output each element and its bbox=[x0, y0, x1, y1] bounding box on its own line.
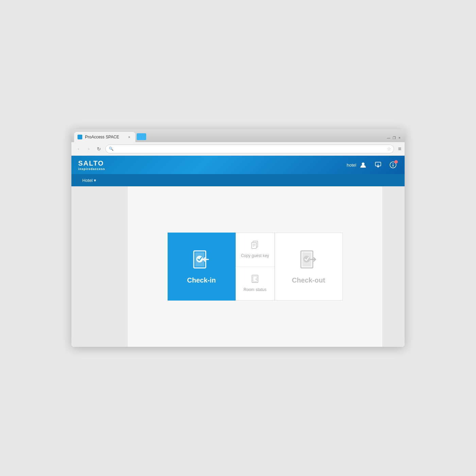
window-controls: — ❐ × bbox=[386, 135, 402, 140]
header-right: hotel bbox=[347, 160, 398, 170]
nav-hotel-label: Hotel bbox=[82, 178, 92, 183]
refresh-button[interactable]: ↻ bbox=[95, 145, 103, 153]
info-icon[interactable] bbox=[388, 160, 398, 170]
logo-sub-access: access bbox=[93, 167, 105, 171]
svg-point-4 bbox=[393, 163, 393, 164]
svg-point-8 bbox=[196, 256, 203, 262]
checkin-door-icon bbox=[190, 249, 213, 272]
room-status-icon bbox=[251, 274, 259, 285]
search-icon: 🔍 bbox=[109, 147, 114, 151]
svg-point-24 bbox=[303, 256, 310, 262]
close-button[interactable]: × bbox=[397, 135, 402, 140]
dashboard-tiles: Check-in bbox=[168, 233, 343, 301]
user-label: hotel bbox=[347, 163, 356, 168]
forward-button[interactable]: › bbox=[85, 145, 92, 153]
salto-navbar: Hotel ▾ bbox=[71, 174, 405, 186]
copy-key-icon bbox=[251, 240, 259, 251]
user-icon[interactable] bbox=[358, 160, 368, 170]
tab-favicon bbox=[78, 135, 82, 139]
main-content: Check-in bbox=[71, 186, 405, 347]
salto-logo-main: SALTO bbox=[78, 159, 105, 167]
back-button[interactable]: ‹ bbox=[75, 145, 82, 153]
tab-title: ProAccess SPACE bbox=[85, 135, 124, 139]
browser-tab[interactable]: ProAccess SPACE × bbox=[74, 132, 135, 142]
address-input[interactable] bbox=[105, 144, 394, 153]
nav-hotel-arrow: ▾ bbox=[94, 178, 96, 183]
salto-header: SALTO inspiredaccess hotel bbox=[71, 156, 405, 174]
tiles-middle: Copy guest key bbox=[236, 233, 275, 301]
sidebar-right bbox=[382, 186, 405, 347]
checkin-label: Check-in bbox=[187, 276, 216, 284]
copy-guest-key-tile[interactable]: Copy guest key bbox=[236, 233, 274, 267]
room-status-label: Room status bbox=[243, 287, 266, 293]
header-user: hotel bbox=[347, 160, 368, 170]
bookmark-icon[interactable]: ☆ bbox=[387, 146, 391, 152]
checkin-tile[interactable]: Check-in bbox=[168, 233, 236, 301]
salto-logo-sub: inspiredaccess bbox=[78, 167, 105, 171]
copy-guest-key-label: Copy guest key bbox=[241, 253, 269, 259]
svg-point-21 bbox=[256, 278, 257, 279]
svg-point-0 bbox=[362, 163, 364, 165]
room-status-tile[interactable]: Room status bbox=[236, 267, 274, 301]
svg-rect-5 bbox=[393, 165, 393, 167]
browser-window: ProAccess SPACE × — ❐ × ‹ › ↻ 🔍 ☆ ≡ SALT… bbox=[71, 129, 405, 347]
checkout-tile[interactable]: Check-out bbox=[275, 233, 343, 301]
logo-sub-inspired: inspired bbox=[78, 167, 93, 171]
browser-menu-icon[interactable]: ≡ bbox=[398, 146, 401, 152]
app-area: SALTO inspiredaccess hotel bbox=[71, 156, 405, 347]
nav-item-hotel[interactable]: Hotel ▾ bbox=[78, 174, 100, 186]
checkout-door-icon bbox=[298, 249, 320, 272]
content-area: Check-in bbox=[128, 186, 382, 347]
checkout-label: Check-out bbox=[292, 276, 325, 284]
tab-close-button[interactable]: × bbox=[126, 134, 132, 140]
browser-titlebar: ProAccess SPACE × — ❐ × bbox=[71, 129, 405, 142]
svg-rect-14 bbox=[252, 242, 256, 249]
address-bar-wrap: 🔍 ☆ bbox=[105, 144, 394, 153]
new-tab-button[interactable] bbox=[137, 132, 146, 141]
minimize-button[interactable]: — bbox=[386, 135, 391, 140]
browser-addressbar: ‹ › ↻ 🔍 ☆ ≡ bbox=[71, 142, 405, 156]
svg-rect-19 bbox=[253, 276, 257, 282]
notification-badge bbox=[394, 160, 398, 164]
sidebar-left bbox=[71, 186, 128, 347]
restore-button[interactable]: ❐ bbox=[392, 135, 396, 140]
download-icon[interactable] bbox=[373, 160, 383, 170]
salto-logo: SALTO inspiredaccess bbox=[78, 159, 105, 171]
